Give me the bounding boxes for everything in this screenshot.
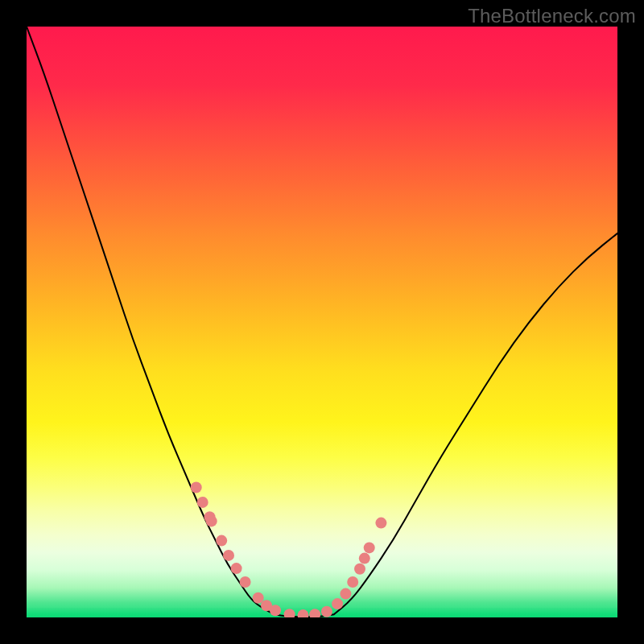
marker-dot [321, 606, 332, 617]
marker-dot [223, 550, 234, 561]
marker-dot [309, 609, 320, 617]
plot-area [27, 27, 617, 617]
marker-dot [354, 564, 365, 575]
marker-dot [340, 588, 351, 600]
marker-dot [364, 542, 375, 553]
marker-dot [284, 609, 295, 617]
marker-dot [270, 605, 281, 616]
marker-dot [298, 609, 309, 617]
marker-dot [191, 482, 202, 493]
marker-dot [231, 563, 242, 574]
curve-layer [27, 27, 617, 617]
marker-dot [253, 592, 264, 604]
marker-dot [347, 576, 358, 588]
marker-dot [240, 576, 251, 588]
marker-dot [375, 518, 386, 529]
chart-frame: TheBottleneck.com [0, 0, 644, 644]
marker-dot [216, 535, 227, 547]
watermark-label: TheBottleneck.com [468, 5, 636, 27]
marker-dot [332, 598, 343, 609]
marker-dot [359, 553, 370, 564]
marker-dot [197, 497, 208, 508]
bottleneck-curve [27, 27, 617, 617]
marker-dot [206, 515, 217, 526]
